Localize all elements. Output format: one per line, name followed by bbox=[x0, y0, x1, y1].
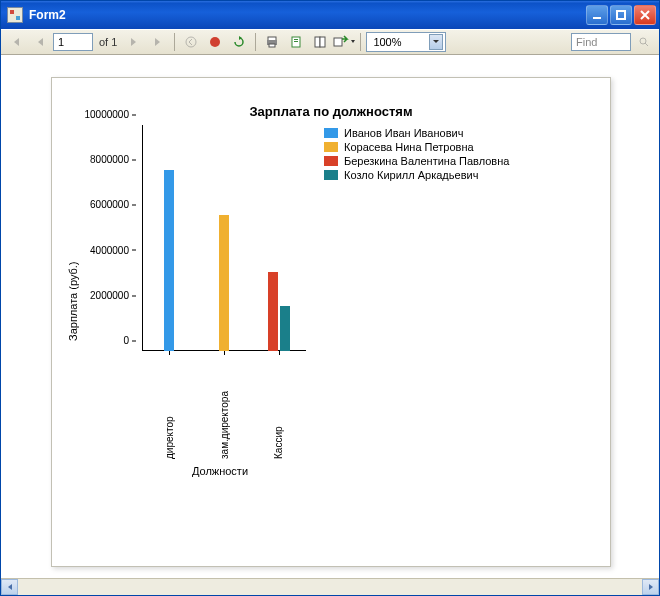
maximize-button[interactable] bbox=[610, 5, 632, 25]
report-page: Зарплата по должностям Зарплата (руб.) 0… bbox=[51, 77, 611, 567]
svg-rect-9 bbox=[294, 41, 298, 42]
app-icon bbox=[7, 7, 23, 23]
zoom-select[interactable]: 100% bbox=[366, 32, 446, 52]
x-axis-label: Должности bbox=[138, 465, 302, 477]
window-buttons bbox=[586, 5, 656, 25]
print-layout-button[interactable] bbox=[285, 32, 307, 52]
y-axis: 0 2000000 4000000 6000000 8000000 100000… bbox=[86, 125, 140, 351]
x-tick-label: Кассир bbox=[251, 375, 306, 461]
bar bbox=[280, 306, 290, 351]
scroll-right-button[interactable] bbox=[642, 579, 659, 595]
app-window: Form2 of 1 bbox=[0, 0, 660, 596]
bars-container bbox=[142, 125, 306, 351]
legend-item: Березкина Валентина Павловна bbox=[324, 155, 509, 167]
svg-point-2 bbox=[186, 37, 196, 47]
category-group bbox=[142, 125, 197, 351]
legend-label: Иванов Иван Иванович bbox=[344, 127, 463, 139]
scroll-left-button[interactable] bbox=[1, 579, 18, 595]
y-axis-label: Зарплата (руб.) bbox=[64, 125, 82, 477]
chart-area: Зарплата (руб.) 0 2000000 4000000 600000… bbox=[52, 125, 610, 477]
bar bbox=[164, 170, 174, 351]
legend-label: Корасева Нина Петровна bbox=[344, 141, 474, 153]
chart-plot: 0 2000000 4000000 6000000 8000000 100000… bbox=[86, 125, 306, 375]
svg-rect-0 bbox=[593, 17, 601, 19]
svg-rect-11 bbox=[320, 37, 325, 47]
x-axis-ticks: директор зам.директора Кассир bbox=[142, 375, 306, 461]
svg-rect-1 bbox=[617, 11, 625, 19]
legend-label: Березкина Валентина Павловна bbox=[344, 155, 509, 167]
legend-item: Иванов Иван Иванович bbox=[324, 127, 509, 139]
find-input[interactable]: Find bbox=[571, 33, 631, 51]
horizontal-scrollbar[interactable] bbox=[1, 578, 659, 595]
prev-page-button[interactable] bbox=[29, 32, 51, 52]
report-viewport: Зарплата по должностям Зарплата (руб.) 0… bbox=[1, 55, 659, 578]
page-of-label: of 1 bbox=[95, 36, 121, 48]
last-page-button[interactable] bbox=[147, 32, 169, 52]
svg-rect-6 bbox=[269, 44, 275, 47]
titlebar: Form2 bbox=[1, 1, 659, 29]
bar bbox=[219, 215, 229, 351]
page-number-input[interactable] bbox=[53, 33, 93, 51]
chevron-down-icon bbox=[429, 34, 443, 50]
category-group bbox=[251, 125, 306, 351]
back-button[interactable] bbox=[180, 32, 202, 52]
svg-rect-10 bbox=[315, 37, 320, 47]
category-group bbox=[197, 125, 252, 351]
print-button[interactable] bbox=[261, 32, 283, 52]
chart-legend: Иванов Иван Иванович Корасева Нина Петро… bbox=[324, 127, 509, 477]
svg-rect-12 bbox=[334, 38, 342, 46]
legend-swatch bbox=[324, 170, 338, 180]
x-tick-label: зам.директора bbox=[197, 375, 252, 461]
next-page-button[interactable] bbox=[123, 32, 145, 52]
legend-label: Козло Кирилл Аркадьевич bbox=[344, 169, 478, 181]
stop-button[interactable] bbox=[204, 32, 226, 52]
bar bbox=[268, 272, 278, 351]
legend-swatch bbox=[324, 156, 338, 166]
scroll-track[interactable] bbox=[18, 579, 642, 595]
legend-swatch bbox=[324, 142, 338, 152]
find-next-button[interactable] bbox=[633, 32, 655, 52]
legend-swatch bbox=[324, 128, 338, 138]
page-setup-button[interactable] bbox=[309, 32, 331, 52]
export-button[interactable] bbox=[333, 32, 355, 52]
close-button[interactable] bbox=[634, 5, 656, 25]
svg-rect-8 bbox=[294, 39, 298, 40]
zoom-value: 100% bbox=[373, 36, 401, 48]
window-title: Form2 bbox=[29, 8, 586, 22]
first-page-button[interactable] bbox=[5, 32, 27, 52]
legend-item: Козло Кирилл Аркадьевич bbox=[324, 169, 509, 181]
x-tick-label: директор bbox=[142, 375, 197, 461]
refresh-button[interactable] bbox=[228, 32, 250, 52]
legend-item: Корасева Нина Петровна bbox=[324, 141, 509, 153]
report-toolbar: of 1 100% bbox=[1, 29, 659, 55]
minimize-button[interactable] bbox=[586, 5, 608, 25]
svg-point-3 bbox=[210, 37, 220, 47]
